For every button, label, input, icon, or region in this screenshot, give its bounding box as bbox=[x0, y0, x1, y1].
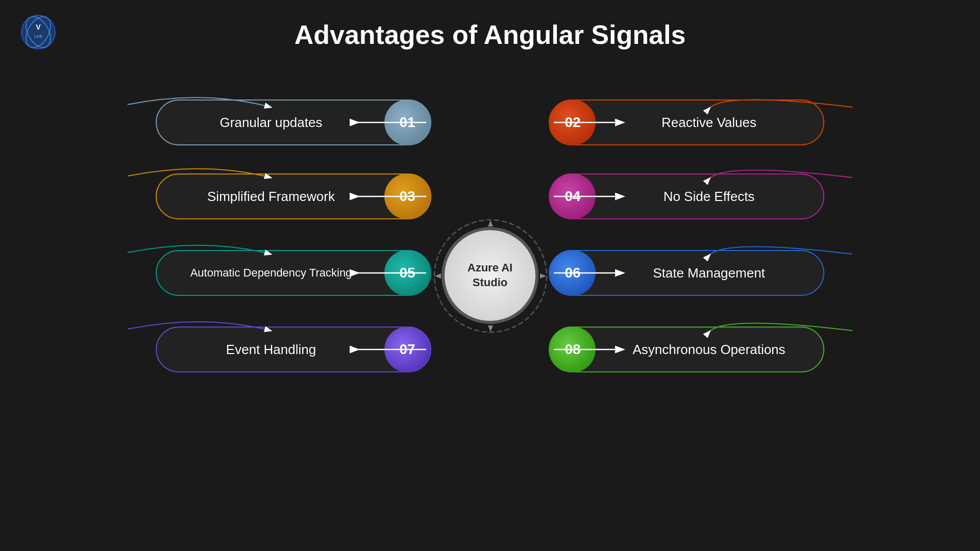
pill-state-management: 06 State Management bbox=[549, 250, 824, 296]
circle-06: 06 bbox=[550, 250, 596, 296]
label-auto-dependency: Automatic Dependency Tracking bbox=[157, 266, 385, 280]
svg-marker-14 bbox=[488, 220, 493, 227]
pill-auto-dependency: 05 Automatic Dependency Tracking bbox=[156, 250, 431, 296]
circle-01: 01 bbox=[384, 99, 430, 145]
circle-03: 03 bbox=[384, 173, 430, 219]
circle-02: 02 bbox=[550, 99, 596, 145]
label-state-management: State Management bbox=[595, 265, 823, 281]
svg-point-13 bbox=[434, 220, 547, 332]
label-no-side-effects: No Side Effects bbox=[595, 189, 823, 205]
page-title: Advantages of Angular Signals bbox=[0, 19, 980, 50]
pill-no-side-effects: 04 No Side Effects bbox=[549, 173, 824, 219]
pill-event-handling: 07 Event Handling bbox=[156, 327, 431, 372]
svg-marker-16 bbox=[435, 273, 441, 279]
pill-granular-updates: 01 Granular updates bbox=[156, 99, 431, 145]
svg-marker-15 bbox=[488, 325, 493, 332]
circle-08: 08 bbox=[550, 327, 596, 372]
pill-simplified-framework: 03 Simplified Framework bbox=[156, 173, 431, 219]
label-simplified-framework: Simplified Framework bbox=[157, 189, 385, 205]
circle-07: 07 bbox=[384, 327, 430, 372]
circle-05: 05 bbox=[384, 250, 430, 296]
center-circle: Azure AIStudio bbox=[442, 227, 538, 324]
label-granular-updates: Granular updates bbox=[157, 115, 385, 131]
label-async-operations: Asynchronous Operations bbox=[595, 342, 823, 358]
pill-async-operations: 08 Asynchronous Operations bbox=[549, 327, 824, 372]
circle-04: 04 bbox=[550, 173, 596, 219]
pill-reactive-values: 02 Reactive Values bbox=[549, 99, 824, 145]
svg-marker-17 bbox=[540, 273, 546, 279]
label-event-handling: Event Handling bbox=[157, 342, 385, 358]
label-reactive-values: Reactive Values bbox=[595, 115, 823, 131]
